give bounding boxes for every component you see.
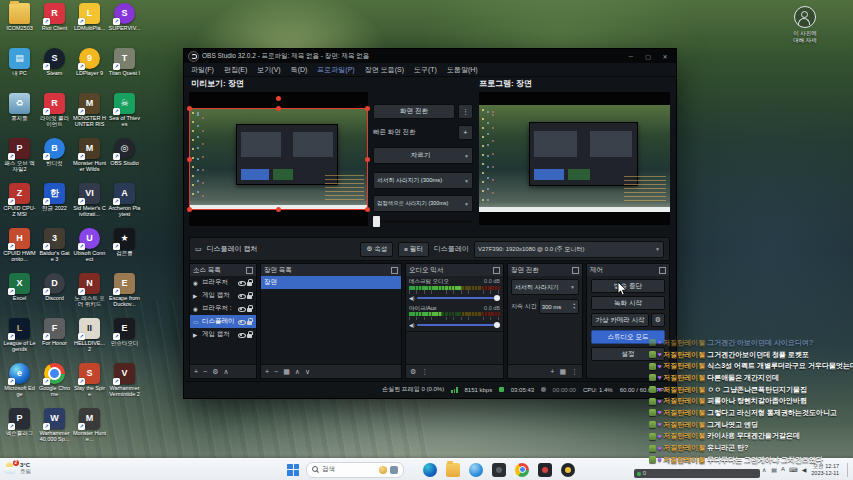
control-button[interactable]: 녹화 시작	[591, 296, 665, 310]
desktop-icon[interactable]: T ↗ Titan Quest I	[107, 48, 142, 93]
lock-icon[interactable]	[247, 292, 253, 299]
desktop-icon[interactable]: B ↗ 반디컷	[37, 138, 72, 183]
desktop-icon[interactable]: U ↗ Ubisoft Connect	[72, 228, 107, 273]
source-row[interactable]: ◉ 브라우저 :	[190, 302, 256, 315]
desktop-icon[interactable]: X ↗ Excel	[2, 273, 37, 318]
menu-item[interactable]: 장면 모음(S)	[360, 65, 409, 75]
desktop-icon[interactable]: N ↗ 노 레스트 포 더 위키드	[72, 273, 107, 318]
weather-widget[interactable]: 2 3°C 흐림	[4, 462, 31, 475]
transition-tbar-slider[interactable]	[373, 220, 473, 223]
properties-button[interactable]: ⚙속성	[360, 242, 393, 257]
menu-item[interactable]: 편집(E)	[219, 65, 252, 75]
visibility-eye-icon[interactable]	[237, 306, 245, 312]
transition-toolbar-button[interactable]: +	[550, 365, 554, 378]
tray-icon[interactable]: ◀	[802, 466, 807, 473]
desktop-icon[interactable]: VI ↗ Sid Meier's Civilizati...	[72, 183, 107, 228]
desktop-icon[interactable]: e ↗ Microsoft Edge	[2, 363, 37, 408]
desktop-icon[interactable]: S ↗ Steam	[37, 48, 72, 93]
desktop-icon[interactable]: E ↗ 인슈타오디	[107, 318, 142, 363]
transition-button[interactable]: 화면 전환	[373, 104, 455, 119]
visibility-eye-icon[interactable]	[237, 332, 245, 338]
control-button[interactable]: 방송 중단	[591, 279, 665, 293]
desktop-icon[interactable]: P ↗ 패스 오브 엑자일2	[2, 138, 37, 183]
menu-item[interactable]: 파일(F)	[186, 65, 219, 75]
desktop-icon[interactable]: P ↗ 넥슨플러그	[2, 408, 37, 453]
desktop-icon[interactable]: W ↗ Warhammer 40,000 Sp...	[37, 408, 72, 453]
obs-titlebar[interactable]: OBS Studio 32.0.2 - 프로파일: 제목 없음 - 장면: 제목…	[184, 49, 676, 63]
scenes-toolbar-button[interactable]: ▦	[283, 365, 290, 378]
virtual-cam-settings-button[interactable]: ⚙	[651, 313, 665, 327]
preview-canvas[interactable]	[189, 92, 368, 226]
taskbar-search[interactable]: 검색	[306, 462, 404, 478]
tray-icon[interactable]: ▤	[771, 466, 777, 473]
desktop-icon[interactable]: ◎ ↗ OBS Studio	[107, 138, 142, 183]
add-quick-transition-button[interactable]: +	[458, 125, 473, 140]
taskbar-app-icon[interactable]	[515, 463, 529, 477]
taskbar-app-icon[interactable]	[538, 463, 552, 477]
desktop-icon[interactable]: E ↗ Escape from Duckov...	[107, 273, 142, 318]
desktop-icon[interactable]: 9 ↗ LDPlayer 9	[72, 48, 107, 93]
taskbar-app-icon[interactable]	[561, 463, 575, 477]
scenes-toolbar-button[interactable]: ∨	[305, 365, 310, 378]
sources-toolbar-button[interactable]: +	[194, 365, 198, 378]
lock-icon[interactable]	[247, 305, 253, 312]
desktop-icon[interactable]: ▤ 내 PC	[2, 48, 37, 93]
close-button[interactable]: ✕	[658, 53, 672, 60]
taskbar-app-icon[interactable]	[423, 463, 437, 477]
source-row[interactable]: ▭ 디스플레이	[190, 315, 256, 328]
mixer-toolbar-button[interactable]: ⚙	[410, 365, 416, 378]
menu-item[interactable]: 독(D)	[286, 65, 313, 75]
dock-popout-icon[interactable]	[659, 267, 666, 274]
source-row[interactable]: ▶ 게임 캡처	[190, 289, 256, 302]
taskbar-app-icon[interactable]	[446, 463, 460, 477]
visibility-eye-icon[interactable]	[237, 293, 245, 299]
sources-toolbar-button[interactable]: ⚙	[212, 365, 218, 378]
control-button[interactable]: 가상 카메라 시작	[591, 313, 649, 327]
desktop-icon[interactable]: ★ ↗ 검은룡	[107, 228, 142, 273]
desktop-icon[interactable]: ☠ ↗ Sea of Thieves	[107, 93, 142, 138]
lock-icon[interactable]	[247, 331, 253, 338]
dock-popout-icon[interactable]	[391, 267, 398, 274]
desktop-icon[interactable]: L ↗ League of Legends	[2, 318, 37, 363]
taskbar-app-icon[interactable]	[469, 463, 483, 477]
transition-toolbar-button[interactable]: ▦	[559, 365, 566, 378]
desktop-icon[interactable]: II ↗ HELLDIVE...2	[72, 318, 107, 363]
scene-row[interactable]: 장면	[261, 276, 401, 289]
filters-button[interactable]: ≡필터	[398, 242, 429, 257]
scenes-toolbar-button[interactable]: −	[274, 365, 278, 378]
source-row[interactable]: ▶ 게임 캡처	[190, 328, 256, 341]
desktop-icon[interactable]: ♻ 휴지통	[2, 93, 37, 138]
desktop-icon[interactable]: ICOM2503	[2, 3, 37, 48]
desktop-icon[interactable]: V ↗ Warhammer Vermintide 2	[107, 363, 142, 408]
desktop-icon[interactable]: F ↗ For Honor	[37, 318, 72, 363]
spotlight-info[interactable]: 이 사진에 대해 자세	[772, 6, 838, 43]
source-row[interactable]: ◉ 브라우저	[190, 276, 256, 289]
desktop-icon[interactable]: Z ↗ CPUID CPU-Z MSI	[2, 183, 37, 228]
desktop-icon[interactable]: S ↗ Slay the Spire	[72, 363, 107, 408]
dock-popout-icon[interactable]	[493, 267, 500, 274]
start-button[interactable]	[287, 464, 299, 476]
menu-item[interactable]: 도구(T)	[409, 65, 442, 75]
source-selection-border[interactable]	[189, 108, 368, 210]
maximize-button[interactable]: ▢	[641, 53, 655, 60]
visibility-eye-icon[interactable]	[237, 319, 245, 325]
quick-transition-fade[interactable]: 서서히 사라지기 (300ms)▼	[373, 172, 473, 189]
transition-type-select[interactable]: 서서히 사라지기▼	[511, 279, 579, 295]
transition-toolbar-button[interactable]: ⋮	[571, 365, 578, 378]
desktop-icon[interactable]: A ↗ Archeron Playtest	[107, 183, 142, 228]
lock-icon[interactable]	[247, 279, 253, 286]
taskbar-app-icon[interactable]	[492, 463, 506, 477]
program-canvas[interactable]	[479, 92, 670, 225]
desktop-icon[interactable]: M ↗ Monster Hunter Wilds	[72, 138, 107, 183]
minimize-button[interactable]: ─	[624, 53, 638, 59]
desktop-icon[interactable]: S ↗ SUPERVIV...	[107, 3, 142, 48]
quick-transition-cut[interactable]: 자르기▼	[373, 147, 473, 164]
desktop-icon[interactable]: L ↗ LDMultiPla...	[72, 3, 107, 48]
desktop-icon[interactable]: ↗ Google Chrome	[37, 363, 72, 408]
sources-toolbar-button[interactable]: −	[203, 365, 207, 378]
visibility-eye-icon[interactable]	[237, 280, 245, 286]
tray-chevron-icon[interactable]: ∧	[762, 466, 766, 473]
tray-icon[interactable]: ⌨	[789, 466, 798, 473]
desktop-icon[interactable]: M ↗ Monster Hunte...	[72, 408, 107, 453]
menu-item[interactable]: 도움말(H)	[442, 65, 483, 75]
